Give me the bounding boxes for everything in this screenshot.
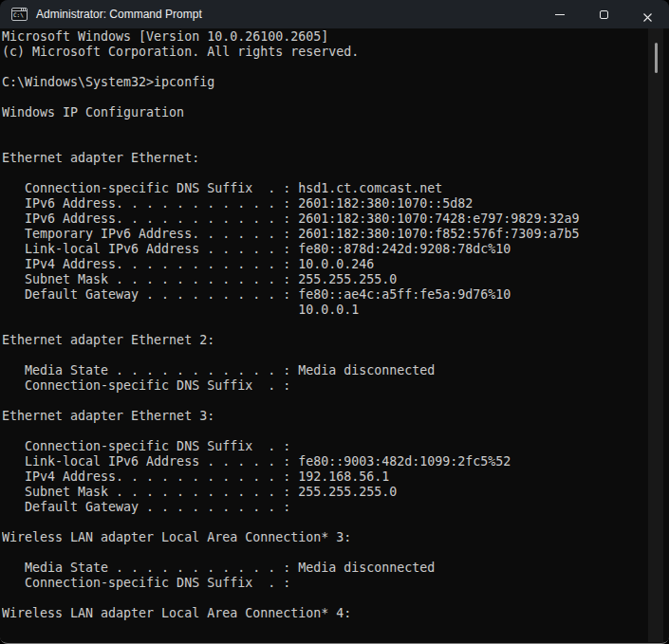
terminal-line: IPv4 Address. . . . . . . . . . . : 10.0… (2, 257, 648, 272)
terminal-viewport[interactable]: Microsoft Windows [Version 10.0.26100.26… (0, 28, 669, 642)
terminal-line (2, 90, 648, 105)
terminal-line (2, 60, 648, 75)
terminal-line: Connection-specific DNS Suffix . : (2, 378, 648, 394)
terminal-line: Ethernet adapter Ethernet: (2, 151, 648, 166)
terminal-line: IPv6 Address. . . . . . . . . . . : 2601… (2, 212, 648, 227)
command-prompt-window: C:\ Administrator: Command Prompt Micros… (0, 0, 669, 644)
terminal-line: Connection-specific DNS Suffix . : (2, 576, 648, 591)
terminal-line: Wireless LAN adapter Local Area Connecti… (2, 606, 648, 621)
terminal-line (2, 621, 648, 636)
terminal-line: Media State . . . . . . . . . . . : Medi… (2, 561, 648, 576)
terminal-line (2, 348, 648, 363)
title-bar[interactable]: C:\ Administrator: Command Prompt (0, 0, 669, 28)
window-controls (538, 0, 669, 28)
terminal-line (2, 318, 648, 333)
title-bar-left: C:\ Administrator: Command Prompt (0, 0, 202, 28)
scrollbar-track[interactable] (648, 28, 663, 642)
close-button[interactable] (625, 0, 669, 28)
terminal-line: Default Gateway . . . . . . . . . : (2, 500, 648, 515)
terminal-line: (c) Microsoft Corporation. All rights re… (2, 45, 648, 60)
minimize-button[interactable] (538, 0, 582, 28)
terminal-line: IPv4 Address. . . . . . . . . . . : 192.… (2, 469, 648, 485)
terminal-line (2, 545, 648, 561)
terminal-line: Connection-specific DNS Suffix . : hsd1.… (2, 181, 648, 196)
terminal-line: 10.0.0.1 (2, 303, 648, 318)
terminal-line: Subnet Mask . . . . . . . . . . . : 255.… (2, 272, 648, 287)
terminal-line: Microsoft Windows [Version 10.0.26100.26… (2, 29, 648, 45)
terminal-line: Connection-specific DNS Suffix . : (2, 439, 648, 454)
terminal-line (2, 136, 648, 151)
terminal-line: Wireless LAN adapter Local Area Connecti… (2, 530, 648, 545)
terminal-line (2, 394, 648, 409)
terminal-line: C:\Windows\System32>ipconfig (2, 75, 648, 90)
terminal-line: Ethernet adapter Ethernet 2: (2, 333, 648, 348)
cmd-icon-label: C:\ (13, 12, 24, 18)
terminal-line (2, 120, 648, 136)
terminal-line: Media State . . . . . . . . . . . : Medi… (2, 363, 648, 378)
terminal-line: Ethernet adapter Ethernet 3: (2, 409, 648, 424)
maximize-button[interactable] (582, 0, 625, 28)
terminal-line: Temporary IPv6 Address. . . . . . : 2601… (2, 227, 648, 242)
terminal-line: IPv6 Address. . . . . . . . . . . : 2601… (2, 196, 648, 212)
terminal-line: Link-local IPv6 Address . . . . . : fe80… (2, 242, 648, 257)
terminal-line: Default Gateway . . . . . . . . . : fe80… (2, 287, 648, 303)
window-title: Administrator: Command Prompt (36, 8, 202, 21)
close-icon (642, 9, 653, 20)
terminal-output: Microsoft Windows [Version 10.0.26100.26… (2, 29, 648, 642)
minimize-icon (555, 14, 565, 15)
terminal-line: Link-local IPv6 Address . . . . . : fe80… (2, 454, 648, 469)
terminal-line (2, 515, 648, 530)
terminal-line (2, 424, 648, 439)
terminal-line (2, 591, 648, 606)
scrollbar-thumb[interactable] (655, 43, 658, 73)
terminal-line: Windows IP Configuration (2, 105, 648, 120)
terminal-line (2, 166, 648, 181)
maximize-icon (600, 10, 608, 19)
terminal-line: Subnet Mask . . . . . . . . . . . : 255.… (2, 485, 648, 500)
cmd-icon[interactable]: C:\ (11, 8, 28, 21)
